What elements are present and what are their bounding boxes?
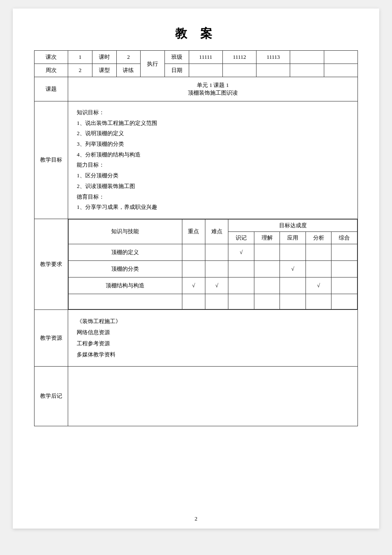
req-understand-1 (254, 244, 280, 260)
label-keshi: 课时 (92, 51, 116, 64)
class-3: 11113 (257, 51, 290, 64)
req-key-3: √ (182, 277, 205, 294)
ability-item-1: 1、区分顶棚分类 (77, 171, 349, 181)
label-goals: 教学目标 (35, 101, 68, 219)
req-achievement-header: 目标达成度 (228, 219, 357, 231)
req-difficult-header: 难点 (205, 219, 228, 244)
req-row-4 (69, 294, 357, 309)
req-difficult-1 (205, 244, 228, 260)
req-synthesize-2 (331, 260, 357, 277)
knowledge-label: 知识目标： (77, 107, 349, 118)
date-4 (290, 64, 324, 77)
req-remember-header: 识记 (228, 231, 254, 244)
goals-row: 教学目标 知识目标： 1、说出装饰工程施工的定义范围 2、说明顶棚的定义 3、列… (35, 101, 358, 219)
class-2: 11112 (222, 51, 256, 64)
req-difficult-2 (205, 260, 228, 277)
knowledge-item-4: 4、分析顶棚的结构与构造 (77, 150, 349, 160)
req-difficult-3: √ (205, 277, 228, 294)
req-key-4 (182, 294, 205, 309)
label-keci: 课次 (35, 51, 68, 64)
goals-content: 知识目标： 1、说出装饰工程施工的定义范围 2、说明顶棚的定义 3、列举顶棚的分… (68, 101, 358, 219)
req-apply-1 (280, 244, 306, 260)
req-analyze-2 (306, 260, 331, 277)
req-remember-1: √ (228, 244, 254, 260)
label-zhixing: 执行 (141, 51, 165, 77)
requirements-row: 教学要求 知识与技能 重点 难点 目标达成度 识记 理解 应用 分析 (35, 219, 358, 309)
page-title: 教 案 (34, 26, 358, 42)
req-content-3: 顶棚结构与构造 (69, 277, 182, 294)
req-analyze-3: √ (306, 277, 331, 294)
class-5 (324, 51, 357, 64)
req-row-3: 顶棚结构与构造 √ √ √ (69, 277, 357, 294)
header-row-1: 课次 1 课时 2 执行 班级 11111 11112 11113 (35, 51, 358, 64)
label-keti: 课题 (35, 77, 68, 101)
notes-content (68, 366, 358, 426)
date-3 (257, 64, 290, 77)
req-remember-4 (228, 294, 254, 309)
date-1 (189, 64, 222, 77)
ability-label: 能力目标： (77, 160, 349, 171)
moral-item-1: 1、分享学习成果，养成职业兴趣 (77, 202, 349, 213)
resource-item-4: 多媒体教学资料 (77, 349, 349, 360)
main-table: 课次 1 课时 2 执行 班级 11111 11112 11113 周次 2 课… (34, 50, 358, 426)
req-difficult-4 (205, 294, 228, 309)
req-apply-3 (280, 277, 306, 294)
class-4 (290, 51, 324, 64)
req-key-header: 重点 (182, 219, 205, 244)
req-understand-header: 理解 (254, 231, 280, 244)
label-resources: 教学资源 (35, 309, 68, 366)
req-analyze-4 (306, 294, 331, 309)
page-number: 2 (34, 515, 358, 522)
req-synthesize-3 (331, 277, 357, 294)
req-row-1: 顶棚的定义 √ (69, 244, 357, 260)
req-analyze-1 (306, 244, 331, 260)
req-key-2 (182, 260, 205, 277)
page: 教 案 课次 1 课时 2 执行 班级 11111 11112 11113 周次… (13, 9, 379, 529)
req-analyze-header: 分析 (306, 231, 331, 244)
req-content-1: 顶棚的定义 (69, 244, 182, 260)
knowledge-item-2: 2、说明顶棚的定义 (77, 128, 349, 139)
req-synthesize-1 (331, 244, 357, 260)
date-2 (222, 64, 256, 77)
req-remember-3 (228, 277, 254, 294)
req-synthesize-4 (331, 294, 357, 309)
resource-item-1: 《装饰工程施工》 (77, 316, 349, 327)
req-understand-4 (254, 294, 280, 309)
label-kexing: 课型 (92, 64, 116, 77)
req-content-4 (69, 294, 182, 309)
req-apply-4 (280, 294, 306, 309)
subject-content: 单元 1 课题 1 顶棚装饰施工图识读 (68, 77, 358, 101)
knowledge-item-3: 3、列举顶棚的分类 (77, 139, 349, 150)
resources-row: 教学资源 《装饰工程施工》 网络信息资源 工程参考资源 多媒体教学资料 (35, 309, 358, 366)
req-understand-2 (254, 260, 280, 277)
knowledge-item-1: 1、说出装饰工程施工的定义范围 (77, 118, 349, 129)
val-keshi: 2 (116, 51, 141, 64)
resources-content: 《装饰工程施工》 网络信息资源 工程参考资源 多媒体教学资料 (68, 309, 358, 366)
val-zhoci: 2 (68, 64, 92, 77)
resource-item-2: 网络信息资源 (77, 327, 349, 338)
val-keci: 1 (68, 51, 92, 64)
label-requirements: 教学要求 (35, 219, 68, 309)
val-kexing: 讲练 (116, 64, 141, 77)
req-understand-3 (254, 277, 280, 294)
teaching-goals-text: 知识目标： 1、说出装饰工程施工的定义范围 2、说明顶棚的定义 3、列举顶棚的分… (72, 104, 354, 216)
req-table: 知识与技能 重点 难点 目标达成度 识记 理解 应用 分析 综合 顶棚的定 (68, 219, 357, 309)
label-notes: 教学后记 (35, 366, 68, 426)
req-remember-2 (228, 260, 254, 277)
req-header-1: 知识与技能 重点 难点 目标达成度 (69, 219, 357, 231)
notes-row: 教学后记 (35, 366, 358, 426)
req-skills-header: 知识与技能 (69, 219, 182, 244)
req-key-1 (182, 244, 205, 260)
label-riqi: 日期 (164, 64, 189, 77)
moral-label: 德育目标： (77, 192, 349, 202)
subject-row: 课题 单元 1 课题 1 顶棚装饰施工图识读 (35, 77, 358, 101)
resource-item-3: 工程参考资源 (77, 338, 349, 349)
req-apply-2: √ (280, 260, 306, 277)
label-banji: 班级 (164, 51, 189, 64)
resources-text: 《装饰工程施工》 网络信息资源 工程参考资源 多媒体教学资料 (72, 312, 354, 364)
header-row-2: 周次 2 课型 讲练 日期 (35, 64, 358, 77)
req-row-2: 顶棚的分类 √ (69, 260, 357, 277)
class-1: 11111 (189, 51, 222, 64)
date-5 (324, 64, 357, 77)
ability-item-2: 2、识读顶棚装饰施工图 (77, 181, 349, 192)
